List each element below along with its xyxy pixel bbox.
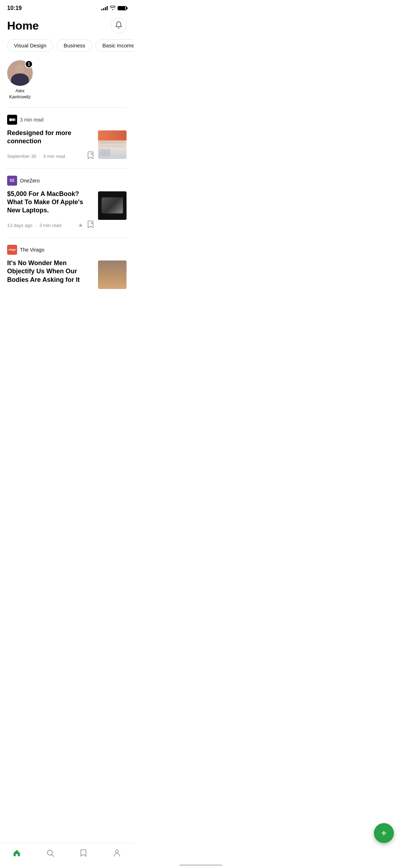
- notification-button[interactable]: [111, 18, 127, 33]
- article-meta-row-1: September 30 · 3 min read: [7, 151, 94, 161]
- read-time-badge-1: 3 min read: [20, 117, 43, 123]
- article-title-2: $5,000 For A MacBook? What To Make Of Ap…: [7, 190, 94, 215]
- article-meta-row-2: 13 days ago · 3 min read ★: [7, 221, 94, 230]
- article-thumbnail-3: [98, 260, 127, 289]
- article-text-block-2: $5,000 For A MacBook? What To Make Of Ap…: [7, 190, 94, 230]
- svg-point-2: [14, 118, 15, 121]
- article-card-2[interactable]: OZ OneZero $5,000 For A MacBook? What To…: [0, 169, 134, 237]
- article-text-block-3: It's No Wonder Men Objectify Us When Our…: [7, 259, 94, 290]
- article-title-3: It's No Wonder Men Objectify Us When Our…: [7, 259, 94, 284]
- medium-logo: [7, 115, 17, 125]
- article-meta-actions-1: [87, 151, 94, 161]
- story-badge: 1: [25, 60, 33, 68]
- page-title: Home: [7, 19, 39, 32]
- article-read-time-1: ·: [39, 154, 41, 159]
- article-content-row-2: $5,000 For A MacBook? What To Make Of Ap…: [7, 190, 127, 230]
- bookmark-icon-2[interactable]: [87, 221, 94, 230]
- article-thumbnail-1: [98, 130, 127, 159]
- status-bar: 10:19: [0, 0, 134, 14]
- article-thumbnail-2: [98, 191, 127, 220]
- onezero-logo: OZ: [7, 176, 17, 186]
- topic-tag-basic-income[interactable]: Basic Income: [96, 39, 134, 52]
- header: Home: [0, 14, 134, 39]
- source-name-2: OneZero: [20, 178, 40, 184]
- svg-point-1: [12, 118, 14, 121]
- article-date-2: 13 days ago: [7, 223, 32, 228]
- article-title-1: Redesigned for more connection: [7, 129, 94, 146]
- article-source-row-2: OZ OneZero: [7, 176, 127, 186]
- article-read-label-1: 3 min read: [43, 154, 65, 159]
- story-author-name: AlexKantrowitz: [9, 88, 31, 100]
- source-name-3: The Virago: [20, 247, 44, 253]
- stories-row: 1 AlexKantrowitz: [0, 59, 134, 107]
- star-icon-2[interactable]: ★: [78, 222, 83, 229]
- virago-logo-text: virago: [8, 248, 16, 251]
- article-read-time-2: 3 min read: [39, 223, 61, 228]
- article-source-row-3: virago The Virago: [7, 245, 127, 255]
- article-card-3[interactable]: virago The Virago It's No Wonder Men Obj…: [0, 238, 134, 293]
- article-date-1: September 30: [7, 154, 36, 159]
- macbook-shape: [102, 197, 123, 213]
- bell-icon: [115, 21, 123, 31]
- story-item[interactable]: 1 AlexKantrowitz: [7, 60, 33, 100]
- story-avatar-container: 1: [7, 60, 33, 86]
- topics-row: Visual Design Business Basic Income Tech: [0, 39, 134, 59]
- article-text-block-1: Redesigned for more connection September…: [7, 129, 94, 161]
- status-time: 10:19: [7, 5, 22, 11]
- bookmark-icon-1[interactable]: [87, 151, 94, 161]
- status-icons: [101, 6, 127, 11]
- battery-icon: [118, 6, 127, 10]
- topic-tag-visual-design[interactable]: Visual Design: [7, 39, 53, 52]
- article-meta-actions-2: ★: [78, 221, 94, 230]
- svg-point-0: [9, 118, 12, 121]
- article-meta-left-1: September 30 · 3 min read: [7, 154, 65, 159]
- article-content-row-1: Redesigned for more connection September…: [7, 129, 127, 161]
- wifi-icon: [110, 6, 115, 11]
- article-content-row-3: It's No Wonder Men Objectify Us When Our…: [7, 259, 127, 290]
- article-meta-left-2: 13 days ago · 3 min read: [7, 223, 61, 228]
- onezero-logo-text: OZ: [10, 179, 15, 182]
- virago-logo: virago: [7, 245, 17, 255]
- article-read-sep-2: ·: [35, 223, 37, 228]
- article-card-1[interactable]: 3 min read Redesigned for more connectio…: [0, 108, 134, 168]
- topic-tag-business[interactable]: Business: [57, 39, 92, 52]
- signal-icon: [101, 6, 108, 10]
- article-source-row-1: 3 min read: [7, 115, 127, 125]
